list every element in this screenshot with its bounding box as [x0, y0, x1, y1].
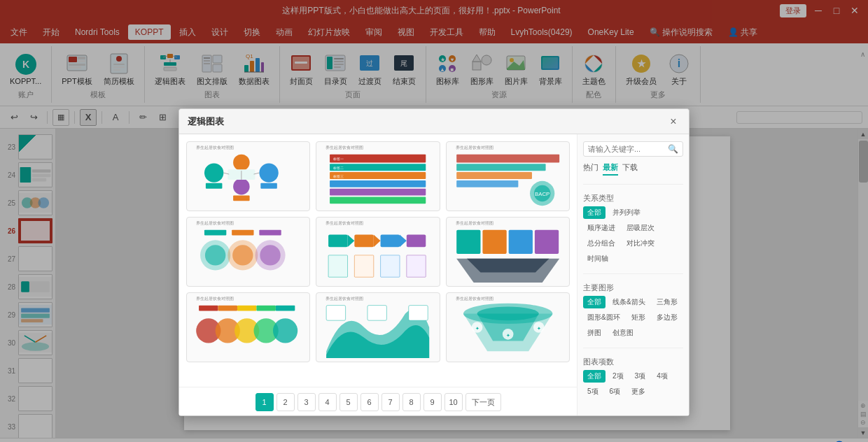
svg-rect-114	[456, 155, 559, 163]
svg-text:养生起居饮食对照图: 养生起居饮食对照图	[196, 296, 234, 301]
page-btn-9[interactable]: 9	[424, 393, 442, 411]
divider-2	[583, 273, 683, 274]
svg-text:BACP: BACP	[535, 191, 550, 197]
svg-text:标签二: 标签二	[332, 166, 344, 170]
svg-text:✦: ✦	[505, 333, 510, 338]
page-btn-2[interactable]: 2	[276, 393, 295, 411]
tab-newest[interactable]: 最新	[603, 162, 618, 176]
svg-rect-139	[328, 255, 347, 277]
modal-search-input[interactable]	[588, 145, 668, 153]
diagram-card-8[interactable]: 养生起居饮食对照图	[316, 292, 440, 362]
count-filter-group: 全部 2项 3项 4项 5项 6项 更多	[583, 370, 683, 398]
svg-text:养生起居饮食对照图: 养生起居饮食对照图	[326, 296, 364, 301]
page-btn-next[interactable]: 下一页	[465, 393, 501, 411]
tab-download[interactable]: 下载	[622, 162, 638, 176]
svg-rect-163	[368, 306, 386, 321]
diagram-card-5[interactable]: 养生起居饮食对照图	[316, 217, 440, 287]
filter-sequence[interactable]: 顺序递进	[583, 222, 620, 234]
search-box[interactable]: 🔍	[583, 141, 683, 157]
filter-line-arrow[interactable]: 线条&箭头	[608, 296, 650, 308]
modal-body: 养生起居饮食对照图	[179, 134, 689, 415]
svg-rect-136	[381, 235, 400, 248]
page-btn-5[interactable]: 5	[340, 393, 358, 411]
diagram-card-4[interactable]: 养生起居饮食对照图	[186, 217, 310, 287]
page-btn-7[interactable]: 7	[382, 393, 400, 411]
svg-rect-156	[199, 306, 218, 311]
diagram-card-3[interactable]: 养生起居饮食对照图 BACP	[446, 141, 570, 211]
svg-rect-117	[456, 180, 518, 187]
diagram-card-1[interactable]: 养生起居饮食对照图	[186, 141, 310, 211]
svg-rect-157	[218, 306, 237, 311]
filter-creative[interactable]: 创意图	[608, 327, 638, 339]
svg-text:标签一: 标签一	[332, 157, 344, 161]
filter-hierarchy[interactable]: 层吸层次	[622, 222, 659, 234]
svg-point-95	[233, 178, 250, 195]
svg-rect-105	[330, 164, 426, 171]
svg-rect-146	[508, 230, 532, 254]
svg-rect-140	[355, 255, 374, 277]
filter-count-5[interactable]: 5项	[583, 385, 603, 398]
svg-text:养生起居饮食对照图: 养生起居饮食对照图	[326, 145, 364, 150]
diagram-card-6[interactable]: 养生起居饮食对照图	[446, 217, 570, 287]
svg-rect-138	[407, 235, 426, 248]
filter-shape-all[interactable]: 全部	[583, 296, 606, 308]
svg-rect-164	[409, 306, 428, 321]
filter-total-sub[interactable]: 总分组合	[583, 237, 620, 250]
svg-rect-102	[260, 183, 277, 189]
filter-polygon[interactable]: 多边形	[652, 311, 682, 324]
count-section: 图表项数 全部 2项 3项 4项 5项 6项 更多	[583, 357, 683, 398]
filter-count-4[interactable]: 4项	[652, 370, 672, 383]
filter-timeline[interactable]: 时间轴	[583, 252, 612, 265]
svg-rect-144	[456, 230, 480, 254]
modal-close-button[interactable]: ×	[666, 115, 680, 129]
filter-relation-all[interactable]: 全部	[583, 206, 606, 219]
divider-3	[583, 348, 683, 348]
svg-text:标签三: 标签三	[332, 174, 344, 178]
filter-count-more[interactable]: 更多	[627, 385, 650, 398]
page-btn-10[interactable]: 10	[444, 393, 463, 411]
svg-rect-162	[326, 306, 345, 321]
filter-count-6[interactable]: 6项	[606, 385, 625, 398]
svg-point-155	[273, 318, 298, 343]
diagram-card-7[interactable]: 养生起居饮食对照图	[186, 292, 310, 362]
svg-rect-145	[482, 230, 506, 254]
svg-rect-134	[355, 235, 374, 248]
svg-rect-159	[256, 306, 275, 311]
svg-rect-141	[381, 255, 400, 277]
shape-section: 主要图形 全部 线条&箭头 三角形 圆形&圆环 矩形 多边形 拼图 创意图	[583, 283, 683, 339]
page-btn-6[interactable]: 6	[360, 393, 379, 411]
svg-marker-149	[467, 259, 550, 273]
svg-text:养生起居饮食对照图: 养生起居饮食对照图	[196, 145, 234, 150]
page-btn-1[interactable]: 1	[255, 393, 274, 411]
svg-rect-160	[276, 306, 295, 311]
page-btn-4[interactable]: 4	[318, 393, 337, 411]
svg-point-93	[233, 155, 250, 171]
filter-rect[interactable]: 矩形	[627, 311, 650, 324]
relation-section: 关系类型 全部 并列列举 顺序递进 层吸层次 总分组合 对比冲突 时间轴	[583, 193, 683, 265]
filter-count-all[interactable]: 全部	[583, 370, 606, 383]
svg-rect-130	[259, 230, 281, 236]
svg-rect-158	[237, 306, 256, 311]
filter-triangle[interactable]: 三角形	[652, 296, 682, 308]
svg-rect-142	[407, 255, 426, 277]
modal-header: 逻辑图表 ×	[179, 109, 689, 134]
tab-popular[interactable]: 热门	[583, 162, 598, 176]
svg-marker-135	[374, 235, 381, 248]
diagram-card-2[interactable]: 养生起居饮食对照图 标签一 标签二	[316, 141, 440, 211]
svg-rect-109	[330, 197, 426, 204]
modal-content-wrapper: 养生起居饮食对照图	[179, 134, 577, 415]
filter-count-3[interactable]: 3项	[631, 370, 650, 383]
svg-rect-100	[206, 183, 223, 189]
svg-text:养生起居饮食对照图: 养生起居饮食对照图	[196, 220, 234, 225]
filter-puzzle[interactable]: 拼图	[583, 327, 606, 339]
shape-filter-group: 全部 线条&箭头 三角形 圆形&圆环 矩形 多边形 拼图 创意图	[583, 296, 683, 339]
filter-count-2[interactable]: 2项	[608, 370, 628, 383]
diagram-card-9[interactable]: 养生起居饮食对照图 ✦ ✦	[446, 292, 570, 362]
page-btn-3[interactable]: 3	[298, 393, 316, 411]
page-btn-8[interactable]: 8	[402, 393, 421, 411]
count-section-title: 图表项数	[583, 357, 683, 367]
filter-contrast[interactable]: 对比冲突	[622, 237, 659, 250]
filter-circle[interactable]: 圆形&圆环	[583, 311, 624, 324]
filter-parallel[interactable]: 并列列举	[608, 206, 645, 219]
search-icon[interactable]: 🔍	[668, 144, 678, 154]
